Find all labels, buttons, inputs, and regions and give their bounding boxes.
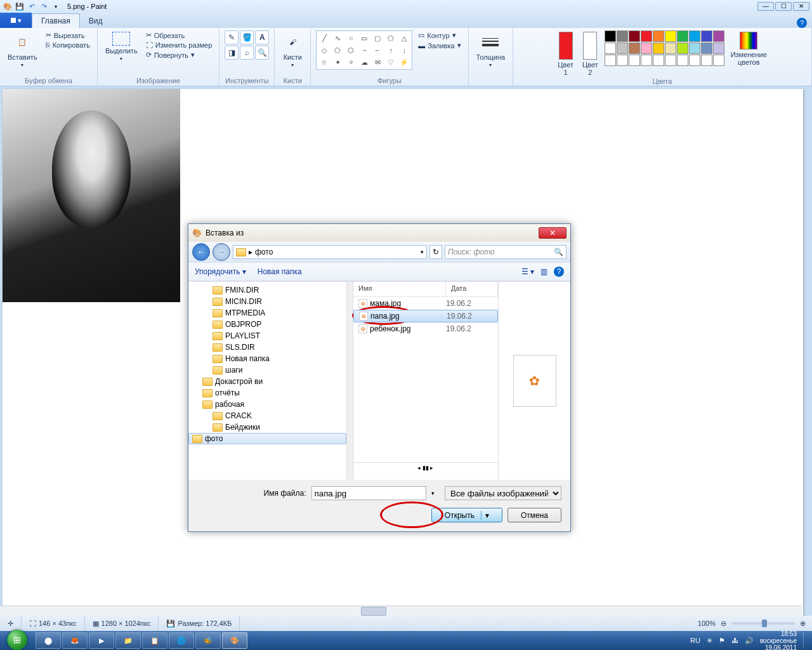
breadcrumb[interactable]: ▸ фото ▾ [233, 245, 427, 259]
swatch-empty[interactable] [713, 55, 724, 66]
swatch-empty[interactable] [617, 55, 628, 66]
cancel-button[interactable]: Отмена [508, 508, 561, 522]
task-media[interactable]: ▶ [89, 632, 114, 649]
undo-icon[interactable]: ↶ [27, 1, 37, 11]
qat-dropdown-icon[interactable]: ▾ [51, 1, 61, 11]
swatch[interactable] [641, 43, 652, 54]
brushes-button[interactable]: 🖌Кисти▾ [280, 30, 305, 69]
zoom-tool[interactable]: 🔍 [255, 46, 269, 60]
lang-indicator[interactable]: RU [690, 637, 700, 644]
resize-button[interactable]: ⛶ Изменить размер [144, 41, 214, 50]
start-button[interactable]: ⊞ [0, 631, 34, 650]
fill-tool[interactable]: 🪣 [240, 30, 254, 44]
tab-home[interactable]: Главная [32, 13, 80, 28]
file-scrollbar-h[interactable]: ◂ ▮▮ ▸ [353, 462, 498, 472]
color1-button[interactable]: Цвет 1 [555, 30, 576, 77]
file-row[interactable]: ✿мама.jpg19.06.2 [353, 297, 498, 310]
filename-input[interactable] [311, 486, 427, 500]
save-icon[interactable]: 💾 [15, 1, 25, 11]
swatch[interactable] [629, 30, 640, 42]
file-list[interactable]: ✿мама.jpg19.06.2✿папа.jpg19.06.2✿ребенок… [353, 297, 498, 335]
nav-back-button[interactable]: ← [192, 243, 210, 261]
swatch[interactable] [665, 30, 676, 42]
open-button[interactable]: Открыть▾ [431, 508, 502, 522]
new-folder-button[interactable]: Новая папка [258, 267, 302, 276]
tree-item[interactable]: CRACK [188, 410, 346, 421]
swatch[interactable] [665, 43, 676, 54]
organize-button[interactable]: Упорядочить ▾ [195, 267, 246, 276]
swatch[interactable] [617, 43, 628, 54]
swatch[interactable] [629, 43, 640, 54]
tree-item[interactable]: Бейджики [188, 421, 346, 433]
swatch[interactable] [677, 43, 688, 54]
swatch[interactable] [641, 30, 652, 42]
tree-item[interactable]: Новая папка [188, 353, 346, 364]
tray-clock[interactable]: 18:53 воскресенье 19.06.2011 [760, 630, 797, 651]
file-menu[interactable]: ▾ [0, 13, 32, 28]
file-row[interactable]: ✿ребенок.jpg19.06.2 [353, 322, 498, 335]
maximize-button[interactable]: ☐ [775, 2, 792, 11]
zoom-slider[interactable] [731, 622, 795, 625]
close-button[interactable]: ✕ [793, 2, 809, 11]
swatch-empty[interactable] [629, 55, 640, 66]
color2-button[interactable]: Цвет 2 [580, 30, 601, 77]
task-app-1[interactable]: ⬤ [36, 632, 61, 649]
shapes-gallery[interactable]: ╱∿○▭▢⬠△ ◇⬠⬡→←↑↓ ☆✦✧☁✉♡⚡ [316, 30, 412, 70]
file-row[interactable]: ✿папа.jpg19.06.2 [353, 310, 498, 322]
swatch[interactable] [605, 43, 616, 54]
swatch-empty[interactable] [677, 55, 688, 66]
tab-view[interactable]: Вид [80, 14, 112, 28]
task-app-7[interactable]: 🐝 [195, 632, 221, 649]
swatch-empty[interactable] [641, 55, 652, 66]
view-button[interactable]: ☰ ▾ [521, 267, 534, 276]
swatch[interactable] [701, 30, 712, 42]
tree-item[interactable]: Докастрой ви [188, 376, 346, 387]
swatch[interactable] [689, 30, 700, 42]
dialog-close-button[interactable]: ✕ [539, 227, 566, 239]
swatch[interactable] [605, 30, 616, 42]
preview-pane-button[interactable]: ▥ [540, 267, 547, 276]
swatch[interactable] [701, 43, 712, 54]
swatch[interactable] [617, 30, 628, 42]
tree-item[interactable]: MICIN.DIR [188, 296, 346, 307]
filter-select[interactable]: Все файлы изображений [445, 486, 561, 500]
pencil-tool[interactable]: ✎ [225, 30, 239, 44]
swatch[interactable] [713, 43, 724, 54]
filename-dropdown[interactable]: ▾ [431, 490, 435, 496]
cut-button[interactable]: ✂ Вырезать [44, 30, 92, 40]
size-button[interactable]: Толщина▾ [474, 30, 508, 69]
tray-icon-1[interactable]: ✳ [707, 637, 712, 645]
copy-button[interactable]: ⎘ Копировать [44, 41, 92, 50]
tree-scrollbar[interactable] [347, 282, 353, 480]
swatch[interactable] [713, 30, 724, 42]
tree-item[interactable]: PLAYLIST [188, 330, 346, 342]
rotate-button[interactable]: ⟳ Повернуть ▾ [144, 50, 214, 60]
tree-item[interactable]: MTPMEDIA [188, 307, 346, 319]
picker-tool[interactable]: ⌕ [240, 46, 254, 60]
eraser-tool[interactable]: ◨ [225, 46, 239, 60]
tree-item[interactable]: FMIN.DIR [188, 284, 346, 296]
task-app-5[interactable]: 📋 [142, 632, 167, 649]
task-chrome[interactable]: 🌐 [169, 632, 194, 649]
swatch-empty[interactable] [689, 55, 700, 66]
fill-button[interactable]: ▬ Заливка ▾ [416, 41, 462, 50]
file-list-header[interactable]: Имя Дата [353, 282, 498, 297]
swatch-empty[interactable] [605, 55, 616, 66]
tray-flag-icon[interactable]: ⚑ [719, 637, 725, 645]
task-paint[interactable]: 🎨 [222, 632, 247, 649]
task-firefox[interactable]: 🦊 [62, 632, 88, 649]
tree-item[interactable]: фото [188, 433, 346, 444]
swatch-empty[interactable] [665, 55, 676, 66]
swatch[interactable] [653, 43, 664, 54]
search-input[interactable]: Поиск: фото🔍 [445, 245, 566, 259]
select-button[interactable]: Выделить▾ [103, 30, 140, 63]
help-icon[interactable]: ? [797, 18, 807, 28]
swatch[interactable] [689, 43, 700, 54]
dialog-help-icon[interactable]: ? [554, 267, 564, 277]
zoom-out-button[interactable]: ⊖ [721, 620, 726, 628]
task-explorer[interactable]: 📁 [115, 632, 141, 649]
zoom-in-button[interactable]: ⊕ [800, 620, 806, 628]
minimize-button[interactable]: — [757, 2, 774, 11]
tree-item[interactable]: шаги [188, 364, 346, 376]
text-tool[interactable]: A [255, 30, 269, 44]
